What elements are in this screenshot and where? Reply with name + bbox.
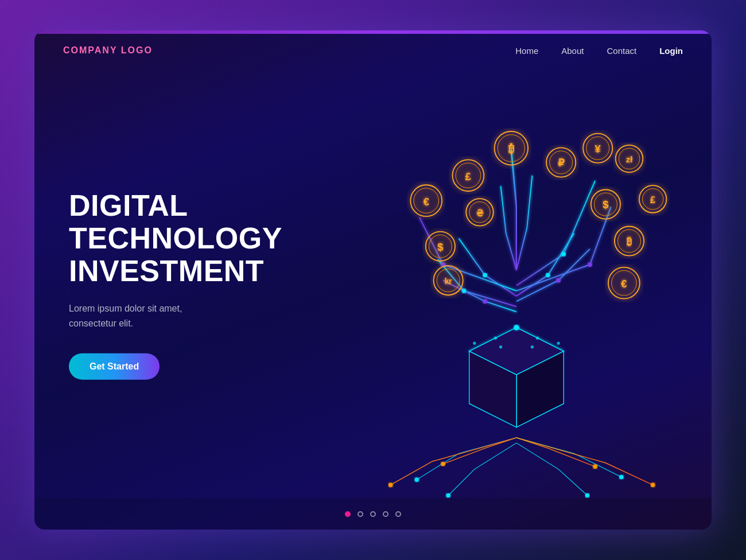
nav-contact[interactable]: Contact (607, 46, 636, 56)
svg-point-12 (619, 475, 623, 479)
slide-dot-4[interactable] (383, 511, 388, 517)
svg-text:kr: kr (445, 277, 453, 286)
svg-point-13 (388, 483, 393, 487)
svg-text:$: $ (437, 241, 443, 253)
svg-point-18 (536, 336, 539, 339)
hero-description: Lorem ipsum dolor sit amet,consectetur e… (69, 301, 344, 330)
svg-text:€: € (621, 278, 627, 290)
slide-dot-1[interactable] (345, 511, 351, 517)
svg-text:₴: ₴ (476, 208, 484, 218)
svg-point-16 (585, 493, 589, 497)
svg-point-29 (588, 263, 592, 267)
svg-point-30 (562, 252, 566, 256)
slide-dots (34, 498, 712, 530)
svg-point-22 (557, 342, 560, 345)
navbar: COMPANY LOGO Home About Contact Login (34, 30, 712, 71)
svg-text:₽: ₽ (558, 157, 565, 169)
svg-point-15 (446, 493, 450, 497)
slide-dot-3[interactable] (370, 511, 376, 517)
svg-text:€: € (423, 196, 429, 208)
get-started-button[interactable]: Get Started (69, 353, 160, 380)
main-content: COMPANY LOGO Home About Contact Login DI… (34, 30, 712, 498)
nav-links: Home About Contact Login (515, 46, 683, 56)
slide-dot-2[interactable] (358, 511, 363, 517)
svg-point-9 (441, 462, 445, 466)
svg-point-19 (494, 336, 497, 339)
hero-title: DIGITAL TECHNOLOGY INVESTMENT (69, 189, 344, 287)
svg-point-24 (483, 273, 487, 277)
slide-dot-5[interactable] (395, 511, 401, 517)
svg-point-28 (546, 273, 550, 277)
nav-home[interactable]: Home (515, 46, 538, 56)
svg-text:£: £ (650, 195, 655, 205)
nav-login[interactable]: Login (659, 46, 683, 56)
hero-section: DIGITAL TECHNOLOGY INVESTMENT Lorem ipsu… (34, 71, 712, 498)
svg-point-20 (531, 345, 534, 348)
svg-point-26 (462, 289, 466, 293)
svg-text:$: $ (603, 199, 608, 211)
svg-point-31 (556, 278, 560, 282)
svg-point-14 (651, 483, 655, 487)
svg-point-11 (415, 477, 419, 481)
svg-text:₿: ₿ (508, 142, 514, 155)
hero-text: DIGITAL TECHNOLOGY INVESTMENT Lorem ipsu… (69, 189, 344, 380)
browser-window: COMPANY LOGO Home About Contact Login DI… (34, 30, 712, 530)
svg-text:¥: ¥ (595, 143, 601, 155)
nav-about[interactable]: About (561, 46, 584, 56)
svg-text:£: £ (465, 170, 471, 182)
svg-point-21 (499, 345, 502, 348)
svg-text:₿: ₿ (627, 235, 632, 247)
svg-text:zł: zł (626, 155, 632, 164)
svg-point-27 (483, 300, 487, 304)
company-logo: COMPANY LOGO (63, 45, 153, 56)
illustration: ₿ ₽ ¥ zł £ (321, 71, 712, 498)
svg-point-17 (514, 325, 519, 330)
svg-point-10 (593, 464, 597, 468)
svg-point-23 (473, 342, 476, 345)
circuit-tree-svg: ₿ ₽ ¥ zł £ (321, 71, 712, 498)
